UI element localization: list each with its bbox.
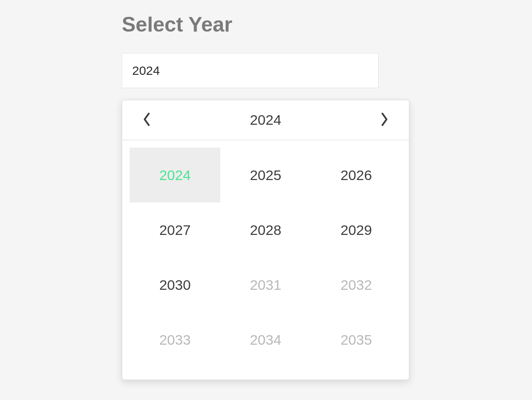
year-cell-2030[interactable]: 2030 bbox=[130, 257, 220, 312]
year-grid: 2024202520262027202820292030203120322033… bbox=[122, 140, 409, 380]
prev-button[interactable] bbox=[131, 104, 164, 137]
year-cell-2026[interactable]: 2026 bbox=[311, 148, 401, 202]
year-cell-2027[interactable]: 2027 bbox=[130, 202, 220, 257]
year-cell-2031: 2031 bbox=[220, 257, 311, 312]
picker-header: 2024 bbox=[122, 100, 409, 140]
year-cell-2025[interactable]: 2025 bbox=[220, 148, 311, 202]
year-picker: 2024 20242025202620272028202920302031203… bbox=[122, 100, 409, 380]
page-title: Select Year bbox=[122, 12, 532, 37]
year-input[interactable] bbox=[122, 53, 379, 88]
year-cell-2028[interactable]: 2028 bbox=[220, 202, 311, 257]
chevron-left-icon bbox=[143, 112, 151, 128]
year-cell-2035: 2035 bbox=[311, 312, 401, 367]
header-year-label[interactable]: 2024 bbox=[250, 112, 281, 128]
next-button[interactable] bbox=[367, 104, 401, 137]
year-cell-2033: 2033 bbox=[130, 312, 220, 367]
year-cell-2024[interactable]: 2024 bbox=[130, 148, 220, 202]
chevron-right-icon bbox=[380, 112, 388, 128]
year-cell-2032: 2032 bbox=[311, 257, 401, 312]
year-cell-2034: 2034 bbox=[220, 312, 311, 367]
year-cell-2029[interactable]: 2029 bbox=[311, 202, 401, 257]
